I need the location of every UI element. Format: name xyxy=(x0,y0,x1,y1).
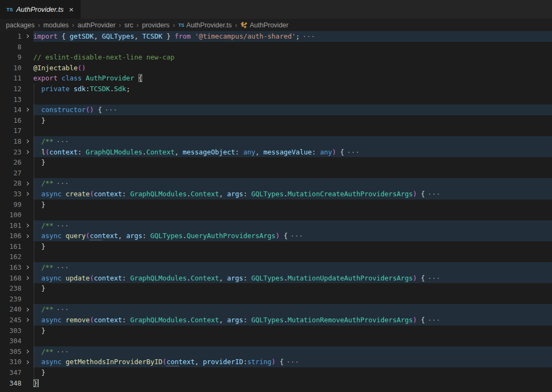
line-number[interactable]: 106 xyxy=(0,231,21,241)
folded-ellipsis[interactable]: ··· xyxy=(347,148,360,156)
line-number[interactable]: 17 xyxy=(0,125,21,136)
folded-ellipsis[interactable]: ··· xyxy=(56,179,69,187)
fold-toggle[interactable] xyxy=(21,346,33,357)
breadcrumb-item-src[interactable]: src xyxy=(124,21,134,29)
line-number[interactable]: 8 xyxy=(0,42,21,53)
line-number[interactable]: 23 xyxy=(0,147,21,158)
line-number[interactable]: 239 xyxy=(0,294,21,305)
fold-toggle[interactable] xyxy=(21,220,33,231)
line-number[interactable]: 310 xyxy=(0,357,21,367)
breadcrumb-item-authprovider[interactable]: AuthProvider xyxy=(240,21,288,29)
folded-ellipsis[interactable]: ··· xyxy=(56,263,69,271)
code-content[interactable]: private sdk:TCSDK.Sdk; xyxy=(33,84,552,94)
line-number[interactable]: 348 xyxy=(0,378,21,389)
code-content[interactable] xyxy=(33,168,552,179)
line-number[interactable]: 347 xyxy=(0,367,21,378)
code-content[interactable] xyxy=(33,42,552,53)
code-content[interactable]: /**··· xyxy=(33,178,552,189)
folded-ellipsis[interactable]: ··· xyxy=(428,274,440,282)
code-content[interactable]: /**··· xyxy=(33,304,552,315)
code-content[interactable] xyxy=(33,252,552,262)
code-content[interactable]: async getMethodsInProviderByID(context, … xyxy=(33,357,552,367)
line-number[interactable]: 18 xyxy=(0,136,21,147)
line-number[interactable]: 1 xyxy=(0,31,21,42)
folded-ellipsis[interactable]: ··· xyxy=(56,221,69,230)
line-number[interactable]: 162 xyxy=(0,252,21,262)
line-number[interactable]: 304 xyxy=(0,336,21,346)
code-content[interactable]: constructor() {··· xyxy=(33,105,552,115)
line-number[interactable]: 14 xyxy=(0,105,21,115)
folded-ellipsis[interactable]: ··· xyxy=(428,190,440,198)
tab-authprovider[interactable]: TS AuthProvider.ts × xyxy=(0,0,80,19)
line-number[interactable]: 99 xyxy=(0,199,21,210)
fold-toggle[interactable] xyxy=(21,273,33,284)
line-number[interactable]: 168 xyxy=(0,273,21,284)
line-number[interactable]: 9 xyxy=(0,52,21,63)
code-content[interactable] xyxy=(33,94,552,105)
fold-toggle[interactable] xyxy=(21,136,33,147)
fold-toggle[interactable] xyxy=(21,231,33,241)
fold-toggle[interactable] xyxy=(21,304,33,315)
code-content[interactable]: } xyxy=(33,115,552,126)
code-content[interactable]: } xyxy=(33,367,552,378)
code-content[interactable]: } xyxy=(33,283,552,294)
breadcrumb-item-packages[interactable]: packages xyxy=(6,21,35,29)
code-content[interactable]: l(context: GraphQLModules.Context, messa… xyxy=(33,147,552,158)
code-content[interactable]: import { getSDK, GQLTypes, TCSDK } from … xyxy=(33,31,552,42)
close-icon[interactable]: × xyxy=(69,5,74,13)
folded-ellipsis[interactable]: ··· xyxy=(286,358,299,366)
folded-ellipsis[interactable]: ··· xyxy=(290,232,303,240)
fold-toggle[interactable] xyxy=(21,147,33,158)
code-content[interactable] xyxy=(33,210,552,220)
code-content[interactable]: /**··· xyxy=(33,136,552,147)
code-content[interactable]: /**··· xyxy=(33,346,552,357)
fold-toggle[interactable] xyxy=(21,315,33,326)
code-content[interactable]: } xyxy=(33,378,552,389)
line-number[interactable]: 100 xyxy=(0,210,21,220)
code-content[interactable]: // eslint-disable-next-line new-cap xyxy=(33,52,552,63)
code-content[interactable]: async update(context: GraphQLModules.Con… xyxy=(33,273,552,284)
line-number[interactable]: 161 xyxy=(0,241,21,252)
code-content[interactable]: } xyxy=(33,157,552,168)
fold-toggle[interactable] xyxy=(21,31,33,42)
folded-ellipsis[interactable]: ··· xyxy=(428,316,440,324)
line-number[interactable]: 240 xyxy=(0,304,21,315)
code-content[interactable]: async query(context, args: GQLTypes.Quer… xyxy=(33,231,552,241)
code-content[interactable]: async remove(context: GraphQLModules.Con… xyxy=(33,315,552,326)
fold-toggle[interactable] xyxy=(21,178,33,189)
line-number[interactable]: 10 xyxy=(0,63,21,73)
code-content[interactable]: async create(context: GraphQLModules.Con… xyxy=(33,189,552,199)
line-number[interactable]: 16 xyxy=(0,115,21,126)
folded-ellipsis[interactable]: ··· xyxy=(56,137,69,145)
code-content[interactable]: } xyxy=(33,241,552,252)
line-number[interactable]: 305 xyxy=(0,346,21,357)
line-number[interactable]: 26 xyxy=(0,157,21,168)
line-number[interactable]: 28 xyxy=(0,178,21,189)
code-editor[interactable]: 1import { getSDK, GQLTypes, TCSDK } from… xyxy=(0,31,552,388)
folded-ellipsis[interactable]: ··· xyxy=(303,32,315,40)
breadcrumb-item-providers[interactable]: providers xyxy=(142,21,170,29)
breadcrumb-item-authprovider[interactable]: authProvider xyxy=(77,21,115,29)
line-number[interactable]: 11 xyxy=(0,73,21,84)
line-number[interactable]: 245 xyxy=(0,315,21,326)
code-content[interactable] xyxy=(33,125,552,136)
code-content[interactable]: } xyxy=(33,326,552,336)
line-number[interactable]: 238 xyxy=(0,283,21,294)
code-content[interactable] xyxy=(33,336,552,346)
fold-toggle[interactable] xyxy=(21,357,33,367)
code-content[interactable] xyxy=(33,294,552,305)
fold-toggle[interactable] xyxy=(21,105,33,115)
code-content[interactable]: } xyxy=(33,199,552,210)
fold-toggle[interactable] xyxy=(21,262,33,273)
breadcrumb-item-modules[interactable]: modules xyxy=(43,21,69,29)
folded-ellipsis[interactable]: ··· xyxy=(56,305,69,313)
line-number[interactable]: 101 xyxy=(0,220,21,231)
code-content[interactable]: export class AuthProvider { xyxy=(33,73,552,84)
line-number[interactable]: 303 xyxy=(0,326,21,336)
breadcrumb-item-authprovider-ts[interactable]: TSAuthProvider.ts xyxy=(178,21,232,29)
folded-ellipsis[interactable]: ··· xyxy=(105,106,117,114)
code-content[interactable]: /**··· xyxy=(33,262,552,273)
line-number[interactable]: 12 xyxy=(0,84,21,94)
line-number[interactable]: 27 xyxy=(0,168,21,179)
folded-ellipsis[interactable]: ··· xyxy=(56,347,69,356)
